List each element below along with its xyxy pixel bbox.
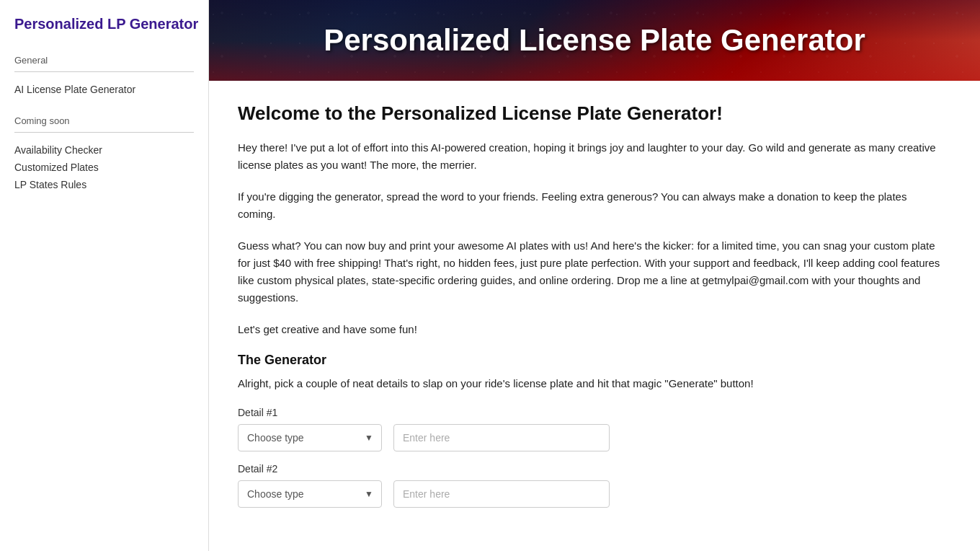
sidebar-coming-soon-section: Coming soon Availability Checker Customi… [14,115,208,193]
sidebar-logo[interactable]: Personalized LP Generator [14,14,208,33]
sidebar-item-customized-plates[interactable]: Customized Plates [14,159,208,176]
sidebar-divider-coming-soon [14,132,194,133]
content-area: Welcome to the Personalized License Plat… [209,81,973,529]
intro-paragraph-2: If you're digging the generator, spread … [238,188,944,223]
intro-paragraph-3: Guess what? You can now buy and print yo… [238,237,944,307]
welcome-title: Welcome to the Personalized License Plat… [238,102,944,125]
sidebar-section-coming-soon-label: Coming soon [14,115,208,126]
detail1-type-select[interactable]: Choose type Name Hobby Sport Animal Colo… [238,424,382,451]
sidebar-item-ai-generator[interactable]: AI License Plate Generator [14,81,208,98]
hero-banner: Personalized License Plate Generator [209,0,980,81]
detail2-select-wrapper: Choose type Name Hobby Sport Animal Colo… [238,480,382,508]
sidebar: Personalized LP Generator General AI Lic… [0,0,209,551]
sidebar-item-availability-checker[interactable]: Availability Checker [14,141,208,159]
sidebar-divider-general [14,71,194,72]
sidebar-item-lp-states-rules[interactable]: LP States Rules [14,176,208,193]
detail1-row: Choose type Name Hobby Sport Animal Colo… [238,424,944,451]
main-content: Personalized License Plate Generator Wel… [209,0,980,551]
detail2-text-input[interactable] [393,480,610,508]
detail2-label: Detail #2 [238,463,944,475]
detail2-row: Choose type Name Hobby Sport Animal Colo… [238,480,944,508]
intro-paragraph-1: Hey there! I've put a lot of effort into… [238,139,944,174]
intro-paragraph-4: Let's get creative and have some fun! [238,321,944,338]
hero-title: Personalized License Plate Generator [324,23,865,58]
generator-intro: Alright, pick a couple of neat details t… [238,375,944,392]
detail2-type-select[interactable]: Choose type Name Hobby Sport Animal Colo… [238,480,382,508]
generator-section-title: The Generator [238,353,944,368]
sidebar-section-general: General [14,55,208,66]
detail1-label: Detail #1 [238,407,944,418]
detail1-text-input[interactable] [393,424,610,451]
detail1-select-wrapper: Choose type Name Hobby Sport Animal Colo… [238,424,382,451]
